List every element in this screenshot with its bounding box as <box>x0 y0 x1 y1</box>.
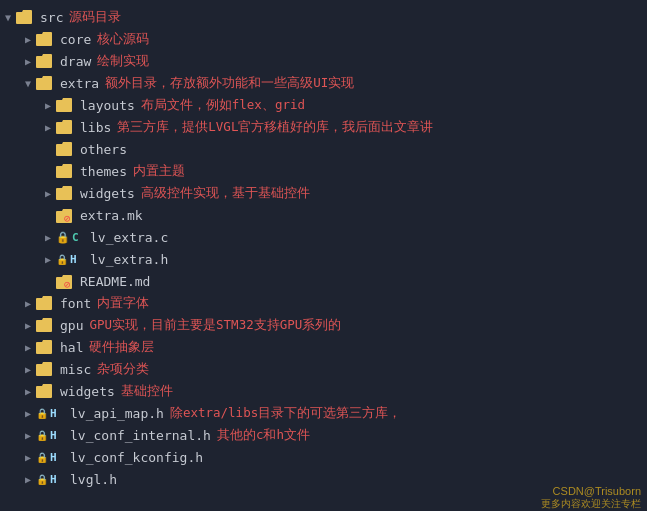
tree-row-lv_api_map.h[interactable]: 🔒Hlv_api_map.h除extra/libs目录下的可选第三方库， <box>0 402 647 424</box>
arrow-lv_conf_internal.h[interactable] <box>20 430 36 441</box>
arrow-lv_extra.c[interactable] <box>40 232 56 243</box>
filename-draw: draw <box>60 54 91 69</box>
comment-widgets: 高级控件实现，基于基础控件 <box>141 185 310 202</box>
tree-row-lv_conf_internal.h[interactable]: 🔒Hlv_conf_internal.h其他的c和h文件 <box>0 424 647 446</box>
arrow-lvgl.h[interactable] <box>20 474 36 485</box>
tree-row-lv_extra.h[interactable]: 🔒Hlv_extra.h <box>0 248 647 270</box>
icon-lv_api_map.h: 🔒H <box>36 407 66 420</box>
icon-extra <box>36 76 56 90</box>
icon-gpu <box>36 318 56 332</box>
icon-others <box>56 142 76 156</box>
comment-widgets2: 基础控件 <box>121 383 173 400</box>
tree-row-themes[interactable]: themes内置主题 <box>0 160 647 182</box>
filename-themes: themes <box>80 164 127 179</box>
comment-layouts: 布局文件，例如flex、grid <box>141 97 305 114</box>
arrow-src[interactable] <box>0 12 16 23</box>
tree-row-lvgl.h[interactable]: 🔒Hlvgl.h <box>0 468 647 490</box>
filename-lv_conf_kconfig.h: lv_conf_kconfig.h <box>70 450 203 465</box>
filename-font: font <box>60 296 91 311</box>
lock-icon: 🔒 <box>36 408 48 419</box>
tree-row-gpu[interactable]: gpuGPU实现，目前主要是STM32支持GPU系列的 <box>0 314 647 336</box>
tree-row-widgets[interactable]: widgets高级控件实现，基于基础控件 <box>0 182 647 204</box>
arrow-lv_extra.h[interactable] <box>40 254 56 265</box>
filename-lv_conf_internal.h: lv_conf_internal.h <box>70 428 211 443</box>
filename-widgets: widgets <box>80 186 135 201</box>
tree-row-lv_conf_kconfig.h[interactable]: 🔒Hlv_conf_kconfig.h <box>0 446 647 468</box>
tree-row-misc[interactable]: misc杂项分类 <box>0 358 647 380</box>
arrow-extra[interactable] <box>20 78 36 89</box>
comment-font: 内置字体 <box>97 295 149 312</box>
comment-misc: 杂项分类 <box>97 361 149 378</box>
tree-row-draw[interactable]: draw绘制实现 <box>0 50 647 72</box>
tree-row-hal[interactable]: hal硬件抽象层 <box>0 336 647 358</box>
comment-lv_api_map.h: 除extra/libs目录下的可选第三方库， <box>170 405 401 422</box>
filename-lv_api_map.h: lv_api_map.h <box>70 406 164 421</box>
icon-extra.mk: ⊘ <box>56 207 76 223</box>
comment-themes: 内置主题 <box>133 163 185 180</box>
icon-lv_conf_kconfig.h: 🔒H <box>36 451 66 464</box>
arrow-lv_conf_kconfig.h[interactable] <box>20 452 36 463</box>
filename-lv_extra.c: lv_extra.c <box>90 230 168 245</box>
icon-libs <box>56 120 76 134</box>
icon-widgets <box>56 186 76 200</box>
tree-row-libs[interactable]: libs第三方库，提供LVGL官方移植好的库，我后面出文章讲 <box>0 116 647 138</box>
arrow-misc[interactable] <box>20 364 36 375</box>
icon-widgets2 <box>36 384 56 398</box>
filename-misc: misc <box>60 362 91 377</box>
arrow-layouts[interactable] <box>40 100 56 111</box>
filename-extra.mk: extra.mk <box>80 208 143 223</box>
icon-draw <box>36 54 56 68</box>
filename-libs: libs <box>80 120 111 135</box>
icon-layouts <box>56 98 76 112</box>
watermark-2: 更多内容欢迎关注专栏 <box>541 497 641 511</box>
icon-lv_extra.c: 🔒C <box>56 231 86 244</box>
arrow-hal[interactable] <box>20 342 36 353</box>
arrow-draw[interactable] <box>20 56 36 67</box>
comment-gpu: GPU实现，目前主要是STM32支持GPU系列的 <box>89 317 341 334</box>
tree-row-layouts[interactable]: layouts布局文件，例如flex、grid <box>0 94 647 116</box>
lock-icon: 🔒 <box>56 231 70 244</box>
icon-misc <box>36 362 56 376</box>
filename-core: core <box>60 32 91 47</box>
watermark-1: CSDN@Trisuborn <box>553 485 641 497</box>
filename-src: src <box>40 10 63 25</box>
tree-row-others[interactable]: others <box>0 138 647 160</box>
arrow-widgets[interactable] <box>40 188 56 199</box>
icon-lvgl.h: 🔒H <box>36 473 66 486</box>
arrow-libs[interactable] <box>40 122 56 133</box>
lock-icon: 🔒 <box>36 474 48 485</box>
filename-README.md: README.md <box>80 274 150 289</box>
file-tree: src源码目录 core核心源码 draw绘制实现 extra额外目录，存放额外… <box>0 0 647 511</box>
comment-libs: 第三方库，提供LVGL官方移植好的库，我后面出文章讲 <box>117 119 433 136</box>
comment-lv_conf_internal.h: 其他的c和h文件 <box>217 427 310 444</box>
filename-gpu: gpu <box>60 318 83 333</box>
filename-lvgl.h: lvgl.h <box>70 472 117 487</box>
icon-lv_extra.h: 🔒H <box>56 253 86 266</box>
icon-README.md: ⊘ <box>56 273 76 289</box>
arrow-widgets2[interactable] <box>20 386 36 397</box>
tree-row-extra.mk[interactable]: ⊘ extra.mk <box>0 204 647 226</box>
tree-row-core[interactable]: core核心源码 <box>0 28 647 50</box>
filename-layouts: layouts <box>80 98 135 113</box>
icon-src <box>16 10 36 24</box>
filename-others: others <box>80 142 127 157</box>
comment-hal: 硬件抽象层 <box>89 339 154 356</box>
comment-extra: 额外目录，存放额外功能和一些高级UI实现 <box>105 75 354 92</box>
tree-row-font[interactable]: font内置字体 <box>0 292 647 314</box>
arrow-font[interactable] <box>20 298 36 309</box>
tree-row-lv_extra.c[interactable]: 🔒Clv_extra.c <box>0 226 647 248</box>
comment-src: 源码目录 <box>69 9 121 26</box>
filename-extra: extra <box>60 76 99 91</box>
tree-row-src[interactable]: src源码目录 <box>0 6 647 28</box>
filename-lv_extra.h: lv_extra.h <box>90 252 168 267</box>
tree-row-extra[interactable]: extra额外目录，存放额外功能和一些高级UI实现 <box>0 72 647 94</box>
tree-row-README.md[interactable]: ⊘ README.md <box>0 270 647 292</box>
icon-lv_conf_internal.h: 🔒H <box>36 429 66 442</box>
comment-draw: 绘制实现 <box>97 53 149 70</box>
icon-themes <box>56 164 76 178</box>
arrow-lv_api_map.h[interactable] <box>20 408 36 419</box>
arrow-gpu[interactable] <box>20 320 36 331</box>
tree-row-widgets2[interactable]: widgets基础控件 <box>0 380 647 402</box>
arrow-core[interactable] <box>20 34 36 45</box>
icon-core <box>36 32 56 46</box>
